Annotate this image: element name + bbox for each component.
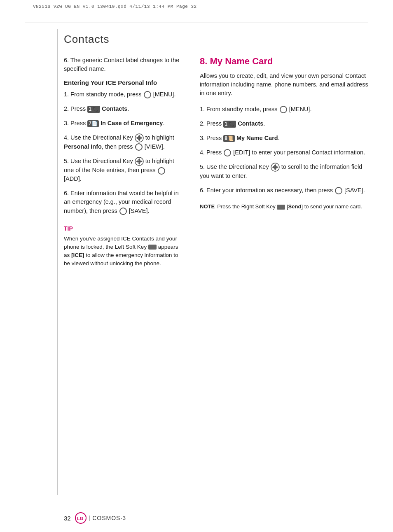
svg-point-5 bbox=[138, 137, 140, 139]
right-item-5: 5. Use the Directional Key to scroll to … bbox=[200, 163, 370, 180]
brand-text: | COSMOS·3 bbox=[89, 515, 126, 521]
tip-section: TIP When you've assigned ICE Contacts an… bbox=[64, 224, 183, 268]
section-title: My Name Card bbox=[210, 56, 273, 66]
right-item-4-text2: [EDIT] to enter your personal Contact in… bbox=[233, 149, 365, 156]
contacts-badge-right: 1 📞 bbox=[223, 121, 236, 128]
ice-item-3-text2: In Case of Emergency. bbox=[101, 120, 165, 126]
edit-circle-icon bbox=[224, 149, 231, 156]
ice-item-1-text: 1. From standby mode, press bbox=[64, 91, 143, 98]
right-item-6-text2: [SAVE]. bbox=[344, 187, 365, 194]
border-top bbox=[25, 23, 368, 23]
right-item-1: 1. From standby mode, press [MENU]. bbox=[200, 105, 370, 114]
page-number: 32 bbox=[64, 515, 71, 522]
page-title: Contacts bbox=[64, 33, 370, 46]
my-name-card-heading: 8. My Name Card bbox=[200, 56, 370, 67]
right-soft-key-icon bbox=[277, 205, 285, 210]
ice-section-heading: Entering Your ICE Personal Info bbox=[64, 79, 183, 86]
right-item-1-text: 1. From standby mode, press bbox=[200, 106, 279, 112]
border-bottom bbox=[25, 501, 368, 501]
namecard-badge-right: 8📜 bbox=[223, 135, 235, 142]
tip-label: TIP bbox=[64, 224, 183, 233]
ice-item-5-text3: [ADD]. bbox=[64, 175, 82, 182]
right-item-3: 3. Press 8📜 My Name Card. bbox=[200, 134, 370, 142]
right-item-3-text: 3. Press bbox=[200, 135, 223, 141]
menu-circle-icon-r1 bbox=[280, 106, 287, 113]
right-item-2-text2: Contacts. bbox=[238, 120, 265, 127]
right-item-2: 2. Press 1 📞 Contacts. bbox=[200, 119, 370, 128]
ice-item-2-text2: Contacts. bbox=[102, 105, 129, 112]
contacts-badge-left: 1 📞 bbox=[87, 106, 100, 113]
right-column: 8. My Name Card Allows you to create, ed… bbox=[200, 56, 370, 268]
svg-point-11 bbox=[138, 160, 140, 163]
menu-circle-icon-1 bbox=[144, 91, 151, 98]
right-item-5-text: 5. Use the Directional Key bbox=[200, 163, 271, 170]
ice-item-3-text: 3. Press bbox=[64, 120, 87, 126]
tip-text: When you've assigned ICE Contacts and yo… bbox=[64, 235, 183, 268]
right-item-6-text: 6. Enter your information as necessary, … bbox=[200, 187, 335, 194]
left-column: 6. The generic Contact label changes to … bbox=[64, 56, 183, 268]
right-intro: Allows you to create, edit, and view you… bbox=[200, 72, 370, 98]
ice-item-4: 4. Use the Directional Key to highlight … bbox=[64, 133, 183, 151]
ice-item-5: 5. Use the Directional Key to highlight … bbox=[64, 157, 183, 183]
right-item-6: 6. Enter your information as necessary, … bbox=[200, 186, 370, 195]
page-header: VN251S_VZW_UG_EN_V1.0_130410.qxd 4/11/13… bbox=[33, 4, 385, 9]
svg-text:LG: LG bbox=[77, 516, 83, 521]
nav-icon-r5 bbox=[271, 163, 280, 172]
ice-item-4-text3: [VIEW]. bbox=[145, 143, 165, 150]
ice-item-4-text: 4. Use the Directional Key bbox=[64, 134, 135, 141]
header-text: VN251S_VZW_UG_EN_V1.0_130410.qxd 4/11/13… bbox=[33, 4, 197, 9]
ice-item-5-text: 5. Use the Directional Key bbox=[64, 158, 135, 164]
logo-area: LG | COSMOS·3 bbox=[75, 512, 126, 524]
content-area: Contacts 6. The generic Contact label ch… bbox=[64, 33, 370, 495]
note-label: NOTE bbox=[200, 203, 215, 210]
svg-point-17 bbox=[274, 166, 276, 168]
right-item-4: 4. Press [EDIT] to enter your personal C… bbox=[200, 148, 370, 157]
right-item-2-text: 2. Press bbox=[200, 120, 223, 127]
note-section: NOTE Press the Right Soft Key [Send] to … bbox=[200, 203, 370, 210]
ice-item-1: 1. From standby mode, press [MENU]. bbox=[64, 90, 183, 99]
ice-item-2: 2. Press 1 📞 Contacts. bbox=[64, 105, 183, 113]
note-text: Press the Right Soft Key [Send] to send … bbox=[217, 203, 362, 210]
ice-badge-left: 7📄 bbox=[87, 120, 99, 127]
note-text-2: [Send] to send your name card. bbox=[287, 203, 362, 210]
view-circle-icon bbox=[135, 143, 143, 151]
ice-item-3: 3. Press 7📄 In Case of Emergency. bbox=[64, 119, 183, 128]
left-soft-key-icon bbox=[148, 245, 157, 250]
right-item-4-text: 4. Press bbox=[200, 149, 223, 156]
two-column-layout: 6. The generic Contact label changes to … bbox=[64, 56, 370, 268]
ice-item-6-text2: [SAVE]. bbox=[129, 208, 150, 214]
footer-area: 32 LG | COSMOS·3 bbox=[64, 512, 370, 524]
item-6-generic: 6. The generic Contact label changes to … bbox=[64, 56, 183, 73]
right-item-1-text2: [MENU]. bbox=[289, 106, 312, 112]
nav-icon-5 bbox=[135, 157, 144, 166]
ice-item-6: 6. Enter information that would be helpf… bbox=[64, 189, 183, 215]
item-6-text: 6. The generic Contact label changes to … bbox=[64, 57, 179, 72]
lg-logo-icon: LG bbox=[75, 512, 87, 524]
save-circle-icon-left bbox=[119, 208, 127, 215]
add-circle-icon bbox=[158, 167, 165, 175]
right-item-3-text2: My Name Card. bbox=[236, 135, 280, 141]
margin-bar bbox=[57, 29, 58, 495]
section-number: 8. bbox=[200, 56, 207, 66]
nav-icon-4 bbox=[135, 133, 144, 142]
ice-item-2-text: 2. Press bbox=[64, 105, 87, 112]
save-circle-icon-right bbox=[335, 187, 342, 194]
ice-item-1-text2: [MENU]. bbox=[153, 91, 176, 98]
note-text-1: Press the Right Soft Key bbox=[217, 203, 277, 210]
